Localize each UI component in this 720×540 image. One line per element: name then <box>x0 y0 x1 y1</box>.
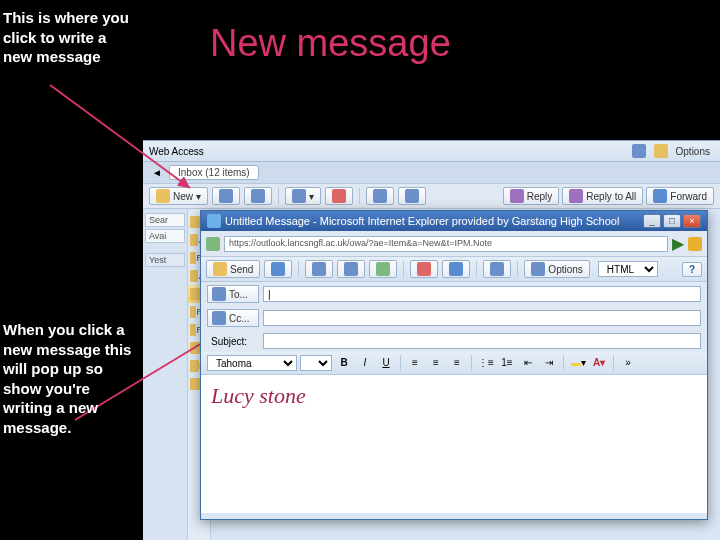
toolbar-icon-1[interactable] <box>212 187 240 205</box>
cc-button[interactable]: Cc... <box>207 309 259 327</box>
attach-button[interactable] <box>305 260 333 278</box>
maximize-button[interactable]: □ <box>663 214 681 228</box>
svg-line-0 <box>50 85 190 188</box>
toolbar-icon-6[interactable] <box>398 187 426 205</box>
window-titlebar[interactable]: Untitled Message - Microsoft Internet Ex… <box>201 211 707 231</box>
italic-button[interactable]: I <box>356 355 374 371</box>
message-body[interactable]: Lucy stone <box>201 375 707 513</box>
importance-low-button[interactable] <box>442 260 470 278</box>
font-select[interactable]: Tahoma <box>207 355 297 371</box>
subject-label: Subject: <box>207 335 259 348</box>
url-input[interactable]: https://outlook.lancsngfl.ac.uk/owa/?ae=… <box>224 236 668 252</box>
forward-icon <box>653 189 667 203</box>
send-button[interactable]: Send <box>206 260 260 278</box>
names-button[interactable] <box>337 260 365 278</box>
reply-icon <box>510 189 524 203</box>
options-button[interactable]: Options <box>524 260 589 278</box>
addressbook-icon <box>212 311 226 325</box>
save-button[interactable] <box>264 260 292 278</box>
font-color-button[interactable]: A▾ <box>590 355 608 371</box>
underline-button[interactable]: U <box>377 355 395 371</box>
go-icon[interactable]: ▶ <box>672 234 684 253</box>
importance-high-button[interactable] <box>410 260 438 278</box>
more-button[interactable]: » <box>619 355 637 371</box>
ie-icon <box>207 214 221 228</box>
search-box[interactable]: Sear <box>145 213 185 227</box>
to-button[interactable]: To... <box>207 285 259 303</box>
help-button[interactable]: ? <box>682 262 702 277</box>
toolbar-icon-2[interactable] <box>244 187 272 205</box>
yest-label: Yest <box>145 253 185 267</box>
owa-header: Web Access Options <box>143 141 720 162</box>
minimize-button[interactable]: _ <box>643 214 661 228</box>
options-link[interactable]: Options <box>672 145 714 158</box>
reply-all-button[interactable]: Reply to All <box>562 187 643 205</box>
flag-button[interactable] <box>483 260 511 278</box>
addressbook-icon <box>212 287 226 301</box>
address-bar: https://outlook.lancsngfl.ac.uk/owa/?ae=… <box>201 231 707 257</box>
reply-all-icon <box>569 189 583 203</box>
bold-button[interactable]: B <box>335 355 353 371</box>
arrow-to-new <box>40 80 210 200</box>
indent-button[interactable]: ⇥ <box>540 355 558 371</box>
toolbar-icon-5[interactable] <box>366 187 394 205</box>
main-toolbar: New ▾ ▾ Reply Reply to All Forward <box>143 184 720 209</box>
highlight-button[interactable]: ▾ <box>569 355 587 371</box>
compose-toolbar: Send Options HTML ? <box>201 257 707 282</box>
gear-icon <box>531 262 545 276</box>
check-button[interactable] <box>369 260 397 278</box>
align-left-button[interactable]: ≡ <box>406 355 424 371</box>
annotation-bottom: When you click a new message this will p… <box>3 320 143 437</box>
to-input[interactable] <box>263 286 701 302</box>
toolbar-icon-3[interactable]: ▾ <box>285 187 321 205</box>
page-icon <box>206 237 220 251</box>
cc-input[interactable] <box>263 310 701 326</box>
toolbar-icon-4[interactable] <box>325 187 353 205</box>
bullets-button[interactable]: ⋮≡ <box>477 355 495 371</box>
lock-icon <box>688 237 702 251</box>
slide-title: New message <box>210 22 451 65</box>
forward-button[interactable]: Forward <box>646 187 714 205</box>
align-center-button[interactable]: ≡ <box>427 355 445 371</box>
format-select[interactable]: HTML <box>598 261 658 277</box>
send-icon <box>213 262 227 276</box>
to-row: To... <box>201 282 707 306</box>
cc-row: Cc... <box>201 306 707 330</box>
folder-bar: ◄ Inbox (12 items) <box>143 162 720 184</box>
body-text: Lucy stone <box>211 383 697 409</box>
annotation-top: This is where you click to write a new m… <box>3 8 133 67</box>
align-right-button[interactable]: ≡ <box>448 355 466 371</box>
subject-row: Subject: <box>201 330 707 352</box>
size-select[interactable] <box>300 355 332 371</box>
help-icon[interactable] <box>650 143 672 159</box>
new-message-window: Untitled Message - Microsoft Internet Ex… <box>200 210 708 520</box>
avail-box[interactable]: Avai <box>145 229 185 243</box>
subject-input[interactable] <box>263 333 701 349</box>
reply-button[interactable]: Reply <box>503 187 560 205</box>
format-toolbar: Tahoma B I U ≡ ≡ ≡ ⋮≡ 1≡ ⇤ ⇥ ▾ A▾ » <box>201 352 707 375</box>
outdent-button[interactable]: ⇤ <box>519 355 537 371</box>
settings-icon[interactable] <box>628 143 650 159</box>
numbering-button[interactable]: 1≡ <box>498 355 516 371</box>
window-title-text: Untitled Message - Microsoft Internet Ex… <box>225 215 643 227</box>
close-button[interactable]: × <box>683 214 701 228</box>
